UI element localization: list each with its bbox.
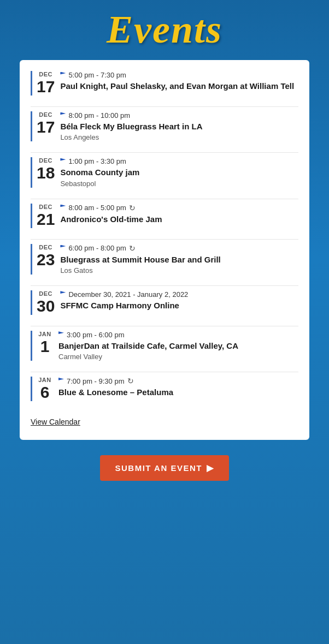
event-month: DEC [39, 204, 52, 210]
event-title[interactable]: Sonoma County jam [60, 167, 298, 178]
view-calendar-link[interactable]: View Calendar [31, 418, 80, 426]
event-month: DEC [39, 290, 52, 297]
event-time: December 30, 2021 - January 2, 2022 [68, 290, 188, 299]
event-content: 1:00 pm - 3:30 pmSonoma County jamSebast… [60, 157, 298, 187]
event-time: 8:00 am - 5:00 pm [68, 204, 126, 212]
event-month: DEC [39, 71, 52, 77]
event-location: Carmel Valley [58, 353, 298, 361]
event-month: JAN [38, 377, 51, 383]
event-item: DEC178:00 pm - 10:00 pmBéla Fleck My Blu… [31, 111, 298, 141]
flag-icon [60, 112, 66, 119]
event-day: 1 [40, 337, 50, 355]
event-day: 17 [37, 118, 55, 136]
event-date-block: DEC23 [32, 244, 60, 269]
event-item: JAN13:00 pm - 6:00 pmBanjerDan at Trails… [31, 331, 298, 361]
event-day: 6 [40, 383, 50, 401]
submit-arrow-icon: ▶ [207, 463, 214, 473]
flag-icon [58, 378, 64, 384]
event-date-block: DEC21 [32, 204, 60, 228]
event-item: DEC181:00 pm - 3:30 pmSonoma County jamS… [31, 157, 298, 187]
event-time-row: 7:00 pm - 9:30 pm↻ [58, 377, 298, 385]
event-title[interactable]: Andronico's Old-time Jam [60, 214, 298, 225]
event-day: 30 [37, 297, 55, 315]
events-card: DEC175:00 pm - 7:30 pmPaul Knight, Paul … [20, 60, 309, 440]
event-time-row: 1:00 pm - 3:30 pm [60, 157, 298, 165]
event-divider [31, 285, 298, 286]
event-day: 23 [37, 251, 55, 269]
event-title[interactable]: Blue & Lonesome – Petaluma [58, 387, 298, 398]
event-item: DEC218:00 am - 5:00 pm↻Andronico's Old-t… [31, 204, 298, 228]
flag-icon [60, 291, 66, 297]
flag-icon [60, 205, 66, 211]
flag-icon [60, 72, 66, 79]
event-location: Los Angeles [60, 133, 298, 141]
event-time: 7:00 pm - 9:30 pm [67, 377, 125, 385]
event-content: 7:00 pm - 9:30 pm↻Blue & Lonesome – Peta… [58, 377, 298, 399]
event-title[interactable]: Bluegrass at Summit House Bar and Grill [60, 254, 298, 265]
submit-event-label: SUBMIT AN EVENT [115, 463, 202, 473]
submit-event-button[interactable]: SUBMIT AN EVENT ▶ [100, 455, 230, 481]
event-content: 5:00 pm - 7:30 pmPaul Knight, Paul Shela… [60, 71, 298, 93]
flag-icon [60, 245, 66, 252]
page-wrapper: Events DEC175:00 pm - 7:30 pmPaul Knight… [0, 0, 329, 503]
event-location: Los Gatos [60, 266, 298, 275]
event-month: DEC [39, 244, 52, 251]
event-divider [31, 326, 298, 326]
event-content: 6:00 pm - 8:00 pm↻Bluegrass at Summit Ho… [60, 244, 298, 275]
event-date-block: JAN6 [32, 377, 58, 401]
event-content: 8:00 am - 5:00 pm↻Andronico's Old-time J… [60, 204, 298, 226]
event-item: JAN67:00 pm - 9:30 pm↻Blue & Lonesome – … [31, 377, 298, 401]
event-time-row: 6:00 pm - 8:00 pm↻ [60, 244, 298, 253]
event-item: DEC175:00 pm - 7:30 pmPaul Knight, Paul … [31, 71, 298, 96]
event-title[interactable]: Paul Knight, Paul Shelasky, and Evan Mor… [60, 81, 298, 92]
event-month: DEC [39, 157, 52, 164]
flag-icon [60, 158, 66, 165]
event-divider [31, 106, 298, 107]
event-time: 8:00 pm - 10:00 pm [68, 111, 130, 120]
event-time: 5:00 pm - 7:30 pm [68, 71, 126, 79]
event-divider [31, 199, 298, 199]
event-title[interactable]: Béla Fleck My Bluegrass Heart in LA [60, 121, 298, 132]
event-month: DEC [39, 111, 52, 118]
event-time: 1:00 pm - 3:30 pm [68, 157, 126, 165]
event-time-row: December 30, 2021 - January 2, 2022 [60, 290, 298, 299]
event-content: 3:00 pm - 6:00 pmBanjerDan at Trailside … [58, 331, 298, 361]
event-time-row: 5:00 pm - 7:30 pm [60, 71, 298, 79]
event-time-row: 8:00 pm - 10:00 pm [60, 111, 298, 120]
recurring-icon: ↻ [129, 244, 136, 253]
event-content: December 30, 2021 - January 2, 2022SFFMC… [60, 290, 298, 312]
page-title: Events [107, 10, 222, 49]
event-item: DEC30December 30, 2021 - January 2, 2022… [31, 290, 298, 315]
event-time: 6:00 pm - 8:00 pm [68, 244, 126, 252]
event-date-block: DEC30 [32, 290, 60, 315]
event-month: JAN [38, 331, 51, 337]
event-date-block: DEC17 [32, 71, 60, 96]
event-date-block: DEC17 [32, 111, 60, 136]
event-date-block: JAN1 [32, 331, 58, 355]
event-divider [31, 239, 298, 240]
flag-icon [58, 331, 64, 338]
event-divider [31, 372, 298, 372]
event-time-row: 3:00 pm - 6:00 pm [58, 331, 298, 339]
event-item: DEC236:00 pm - 8:00 pm↻Bluegrass at Summ… [31, 244, 298, 275]
event-location: Sebastopol [60, 180, 298, 188]
event-time: 3:00 pm - 6:00 pm [67, 331, 125, 339]
recurring-icon: ↻ [129, 204, 136, 212]
event-title[interactable]: BanjerDan at Trailside Cafe, Carmel Vall… [58, 341, 298, 351]
event-divider [31, 152, 298, 153]
events-list: DEC175:00 pm - 7:30 pmPaul Knight, Paul … [31, 71, 298, 401]
event-day: 21 [37, 210, 55, 228]
event-day: 18 [37, 164, 55, 182]
event-day: 17 [37, 77, 55, 96]
event-date-block: DEC18 [32, 157, 60, 182]
event-content: 8:00 pm - 10:00 pmBéla Fleck My Bluegras… [60, 111, 298, 141]
event-time-row: 8:00 am - 5:00 pm↻ [60, 204, 298, 212]
recurring-icon: ↻ [127, 377, 134, 385]
event-title[interactable]: SFFMC Camp Harmony Online [60, 300, 298, 311]
